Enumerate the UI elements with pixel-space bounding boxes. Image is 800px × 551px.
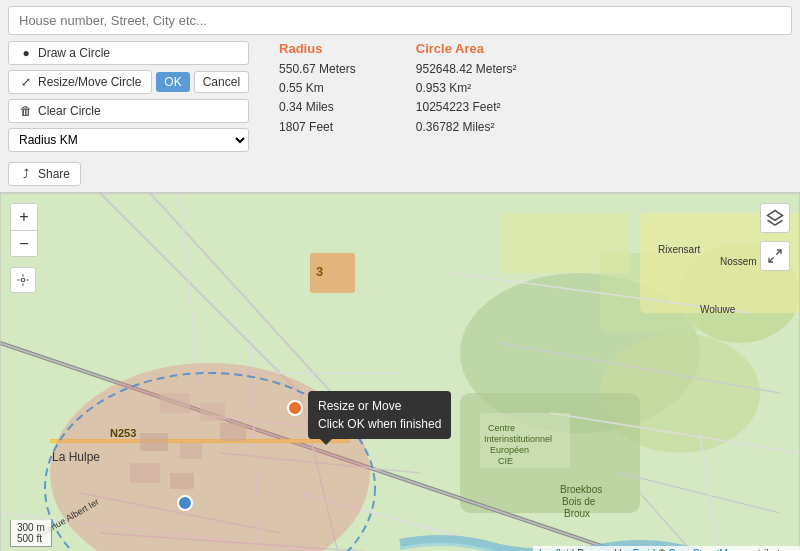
svg-text:Broekbos: Broekbos bbox=[560, 484, 602, 495]
svg-rect-40 bbox=[200, 403, 225, 421]
radius-meters: 550.67 Meters bbox=[279, 62, 356, 76]
svg-rect-44 bbox=[130, 463, 160, 483]
circle-area-title: Circle Area bbox=[416, 41, 517, 56]
svg-text:Centre: Centre bbox=[488, 423, 515, 433]
svg-line-61 bbox=[776, 250, 781, 255]
share-icon: ⤴ bbox=[19, 167, 33, 181]
trash-icon: 🗑 bbox=[19, 104, 33, 118]
svg-text:N253: N253 bbox=[110, 427, 136, 439]
resize-move-button[interactable]: ⤢ Resize/Move Circle bbox=[8, 70, 152, 94]
map-container[interactable]: N253 La Hulpe 3 Centre Interinstitutionn… bbox=[0, 193, 800, 551]
fullscreen-button[interactable] bbox=[760, 241, 790, 271]
svg-marker-60 bbox=[768, 211, 783, 221]
circle-icon: ● bbox=[19, 46, 33, 60]
zoom-out-button[interactable]: − bbox=[11, 230, 37, 256]
svg-text:Woluwe: Woluwe bbox=[700, 304, 736, 315]
svg-rect-45 bbox=[170, 473, 194, 489]
scale-feet: 500 ft bbox=[17, 533, 45, 544]
svg-rect-41 bbox=[140, 433, 168, 451]
svg-text:Bois de: Bois de bbox=[562, 496, 596, 507]
area-meters2: 952648.42 Meters² bbox=[416, 62, 517, 76]
cancel-button[interactable]: Cancel bbox=[194, 71, 249, 93]
draw-circle-button[interactable]: ● Draw a Circle bbox=[8, 41, 249, 65]
resize-icon: ⤢ bbox=[19, 75, 33, 89]
radius-feet: 1807 Feet bbox=[279, 120, 333, 134]
scale-bar: 300 m 500 ft bbox=[10, 520, 52, 547]
radius-km: 0.55 Km bbox=[279, 81, 324, 95]
svg-text:CIE: CIE bbox=[498, 456, 513, 466]
svg-rect-39 bbox=[160, 393, 190, 413]
scale-meters: 300 m bbox=[17, 522, 45, 533]
radius-info-col: Radius 550.67 Meters 0.55 Km 0.34 Miles … bbox=[279, 41, 356, 137]
info-section: Radius 550.67 Meters 0.55 Km 0.34 Miles … bbox=[279, 41, 516, 137]
map-tooltip: Resize or Move Click OK when finished bbox=[308, 391, 451, 439]
svg-point-34 bbox=[178, 496, 192, 510]
zoom-in-button[interactable]: + bbox=[11, 204, 37, 230]
svg-line-62 bbox=[769, 257, 774, 262]
layer-button[interactable] bbox=[760, 203, 790, 233]
zoom-controls: + − bbox=[10, 203, 38, 257]
map-svg: N253 La Hulpe 3 Centre Interinstitutionn… bbox=[0, 193, 800, 551]
ok-button[interactable]: OK bbox=[156, 72, 189, 92]
area-miles2: 0.36782 Miles² bbox=[416, 120, 495, 134]
circle-area-info-col: Circle Area 952648.42 Meters² 0.953 Km² … bbox=[416, 41, 517, 137]
svg-text:Rixensart: Rixensart bbox=[658, 244, 700, 255]
svg-text:Broux: Broux bbox=[564, 508, 590, 519]
svg-text:Interinstitutionnel: Interinstitutionnel bbox=[484, 434, 552, 444]
radius-values: 550.67 Meters 0.55 Km 0.34 Miles 1807 Fe… bbox=[279, 60, 356, 137]
resize-move-row: ⤢ Resize/Move Circle OK Cancel bbox=[8, 70, 249, 94]
area-feet2: 10254223 Feet² bbox=[416, 100, 501, 114]
attribution: Leaflet | Powered by Esri | © OpenStreet… bbox=[533, 546, 800, 551]
circle-area-values: 952648.42 Meters² 0.953 Km² 10254223 Fee… bbox=[416, 60, 517, 137]
svg-text:3: 3 bbox=[316, 264, 323, 279]
left-controls: ● Draw a Circle ⤢ Resize/Move Circle OK … bbox=[8, 41, 249, 186]
svg-point-33 bbox=[288, 401, 302, 415]
radius-unit-select[interactable]: Radius KM Radius Miles Radius Meters bbox=[8, 128, 249, 152]
clear-circle-button[interactable]: 🗑 Clear Circle bbox=[8, 99, 249, 123]
svg-rect-7 bbox=[500, 213, 630, 273]
svg-text:La Hulpe: La Hulpe bbox=[52, 450, 100, 464]
svg-rect-43 bbox=[220, 423, 246, 441]
radius-miles: 0.34 Miles bbox=[279, 100, 334, 114]
svg-point-59 bbox=[21, 278, 25, 282]
radius-title: Radius bbox=[279, 41, 356, 56]
svg-text:Européen: Européen bbox=[490, 445, 529, 455]
search-input[interactable] bbox=[8, 6, 792, 35]
locate-button[interactable] bbox=[10, 267, 36, 293]
svg-rect-42 bbox=[180, 443, 202, 459]
tooltip-line2: Click OK when finished bbox=[318, 415, 441, 433]
top-panel: ● Draw a Circle ⤢ Resize/Move Circle OK … bbox=[0, 0, 800, 193]
svg-text:Nossem: Nossem bbox=[720, 256, 757, 267]
tooltip-line1: Resize or Move bbox=[318, 397, 441, 415]
share-button[interactable]: ⤴ Share bbox=[8, 162, 81, 186]
area-km2: 0.953 Km² bbox=[416, 81, 471, 95]
